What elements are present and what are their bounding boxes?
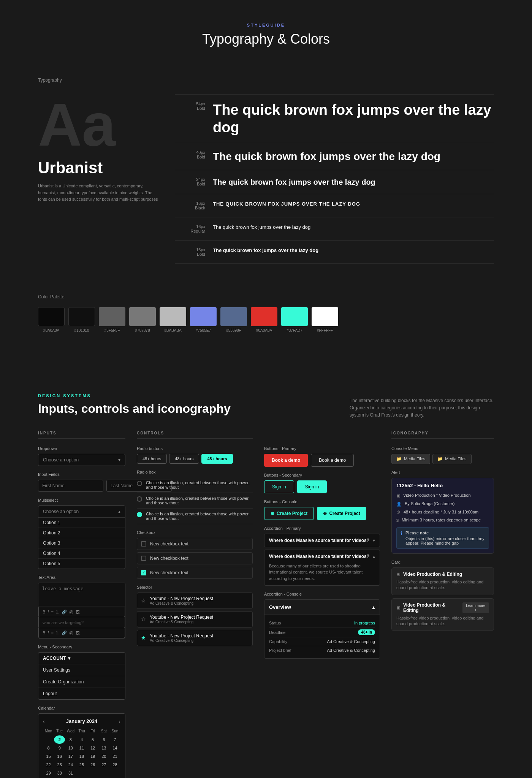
multiselect-header[interactable]: Choose an option ▴ xyxy=(38,506,125,518)
card-item-1: ▣ Video Production & Editing Learn more … xyxy=(391,598,494,631)
bold-icon[interactable]: B xyxy=(43,610,45,614)
book-demo-btn-outline[interactable]: Book a demo xyxy=(311,454,354,467)
checkbox-item-0[interactable]: New checkbox text xyxy=(137,538,253,550)
cal-day-11[interactable]: 11 xyxy=(76,744,87,752)
image-icon[interactable]: 🖼 xyxy=(76,610,80,614)
typo-sample-16-black: THE QUICK BROWN FOX JUMPS OVER THE LAZY … xyxy=(213,201,360,207)
cal-day-9[interactable]: 9 xyxy=(54,744,65,752)
buttons-primary-label: Buttons - Primary xyxy=(264,446,380,451)
cal-day-7[interactable]: 7 xyxy=(109,735,120,744)
cal-day-15[interactable]: 15 xyxy=(43,752,54,761)
cal-day-3[interactable]: 3 xyxy=(65,735,76,744)
textarea-input[interactable] xyxy=(38,583,125,606)
cal-day-30[interactable]: 30 xyxy=(54,769,65,777)
cal-day-18[interactable]: 18 xyxy=(76,752,87,761)
font-description: Urbanist is a Unicode compliant, versati… xyxy=(38,183,160,203)
cal-day-4[interactable]: 4 xyxy=(76,735,87,744)
cal-day-27[interactable]: 27 xyxy=(98,761,109,769)
list-icon-2[interactable]: ≡ xyxy=(51,631,53,635)
multiselect-container[interactable]: Choose an option ▴ Option 1 Option 2 Opt… xyxy=(38,505,125,569)
menu-item-user-settings[interactable]: User Settings xyxy=(38,664,125,676)
accordion-header-1[interactable]: Where does Maasive source talent for vid… xyxy=(264,550,380,563)
cal-day-14[interactable]: 14 xyxy=(109,744,120,752)
color-hex-0: #0A0A0A xyxy=(43,328,59,333)
radio-btn-0[interactable]: 48+ hours xyxy=(137,454,167,464)
radio-box-item-2[interactable]: Choice is an illusion, created between t… xyxy=(137,509,253,524)
cal-day-mon: Mon xyxy=(43,728,54,734)
sign-in-btn-outline[interactable]: Sign in xyxy=(264,480,294,493)
cal-day-21[interactable]: 21 xyxy=(109,752,120,761)
dropdown-select[interactable]: Choose an option ▾ xyxy=(38,454,125,466)
ordered-list-icon[interactable]: 1. xyxy=(56,610,59,614)
multiselect-option-2[interactable]: Option 2 xyxy=(38,528,125,538)
page-header: STYLEGUIDE Typography & Colors xyxy=(0,0,532,62)
selector-item-1[interactable]: ☆ Youtube - New Project Request Ad Creat… xyxy=(137,611,253,627)
at-icon[interactable]: @ xyxy=(69,610,73,614)
checkbox-item-1[interactable]: New checkbox text xyxy=(137,552,253,564)
accordion-header-0[interactable]: Where does Maasive source talent for vid… xyxy=(264,534,380,547)
link-icon[interactable]: 🔗 xyxy=(62,610,67,615)
menu-item-logout[interactable]: Logout xyxy=(38,688,125,699)
typo-sample-24: The quick brown fox jumps over the lazy … xyxy=(213,177,375,187)
checkbox-item-2[interactable]: ✓ New checkbox text xyxy=(137,567,253,579)
acc-label-capability: Capability xyxy=(269,639,287,644)
selector-item-0[interactable]: ☆ Youtube - New Project Request Ad Creat… xyxy=(137,593,253,609)
cal-day-8[interactable]: 8 xyxy=(43,744,54,752)
calendar-prev-btn[interactable]: ‹ xyxy=(43,718,45,724)
cal-day-13[interactable]: 13 xyxy=(98,744,109,752)
cal-day-2[interactable]: 2 xyxy=(54,735,65,744)
console-menu-label-1: Media Files xyxy=(445,456,466,461)
list-icon[interactable]: ≡ xyxy=(51,610,53,614)
sign-in-btn-filled[interactable]: Sign in xyxy=(297,480,327,493)
cal-day-6[interactable]: 6 xyxy=(98,735,109,744)
ordered-list-icon-2[interactable]: 1. xyxy=(56,631,59,635)
multiselect-option-4[interactable]: Option 4 xyxy=(38,548,125,559)
cal-day-10[interactable]: 10 xyxy=(65,744,76,752)
selector-title-1: Youtube - New Project Request xyxy=(150,615,249,620)
multiselect-option-3[interactable]: Option 3 xyxy=(38,538,125,548)
cal-day-26[interactable]: 26 xyxy=(87,761,98,769)
cal-day-31[interactable]: 31 xyxy=(65,769,76,777)
cal-day-25[interactable]: 25 xyxy=(76,761,87,769)
link-icon-2[interactable]: 🔗 xyxy=(62,631,67,635)
cal-day-23[interactable]: 23 xyxy=(54,761,65,769)
radio-box-item-1[interactable]: Choice is an illusion, created between t… xyxy=(137,493,253,509)
console-menu-row: 📁 Media Files 📁 Media Files xyxy=(391,454,494,464)
radio-btn-2[interactable]: 48+ hours xyxy=(201,454,233,464)
cal-day-20[interactable]: 20 xyxy=(98,752,109,761)
menu-item-create-org[interactable]: Create Organization xyxy=(38,676,125,688)
cal-day-17[interactable]: 17 xyxy=(65,752,76,761)
cal-day-12[interactable]: 12 xyxy=(87,744,98,752)
learn-more-btn[interactable]: Learn more › xyxy=(462,602,489,613)
italic-icon-2[interactable]: I xyxy=(48,631,49,635)
typo-weight-40: Bold xyxy=(175,155,205,159)
selector-item-2[interactable]: ★ Youtube - New Project Request Ad Creat… xyxy=(137,630,253,646)
cal-day-5[interactable]: 5 xyxy=(87,735,98,744)
radio-box-item-0[interactable]: Choice is an illusion, created between t… xyxy=(137,477,253,493)
at-icon-2[interactable]: @ xyxy=(69,631,73,635)
menu-account-header[interactable]: ACCOUNT ▾ xyxy=(38,653,125,664)
create-project-btn-outline[interactable]: ⊕ Create Project xyxy=(264,507,314,520)
colors-row: #0A0A0A #101010 #5F5F5F #787878 #BABABA … xyxy=(38,307,494,333)
cal-day-22[interactable]: 22 xyxy=(43,761,54,769)
console-menu-btn-1[interactable]: 📁 Media Files xyxy=(432,454,471,464)
multiselect-option-5[interactable]: Option 5 xyxy=(38,559,125,569)
typo-weight-16r: Regular xyxy=(175,229,205,233)
calendar-next-btn[interactable]: › xyxy=(119,718,120,724)
bold-icon-2[interactable]: B xyxy=(43,631,45,635)
cal-day-29[interactable]: 29 xyxy=(43,769,54,777)
multiselect-option-1[interactable]: Option 1 xyxy=(38,518,125,528)
cal-day-24[interactable]: 24 xyxy=(65,761,76,769)
multiselect-placeholder: Choose an option xyxy=(43,509,79,514)
cal-day-19[interactable]: 19 xyxy=(87,752,98,761)
italic-icon[interactable]: I xyxy=(48,610,49,614)
first-name-input[interactable] xyxy=(38,480,103,492)
book-demo-btn-primary[interactable]: Book a demo xyxy=(264,454,308,467)
acc-console-header[interactable]: Overview ▴ xyxy=(264,600,380,615)
create-project-btn-filled[interactable]: ⊕ Create Project xyxy=(317,507,366,520)
cal-day-28[interactable]: 28 xyxy=(109,761,120,769)
image-icon-2[interactable]: 🖼 xyxy=(76,631,80,635)
radio-btn-1[interactable]: 48+ hours xyxy=(169,454,199,464)
cal-day-16[interactable]: 16 xyxy=(54,752,65,761)
console-menu-btn-0[interactable]: 📁 Media Files xyxy=(391,454,430,464)
